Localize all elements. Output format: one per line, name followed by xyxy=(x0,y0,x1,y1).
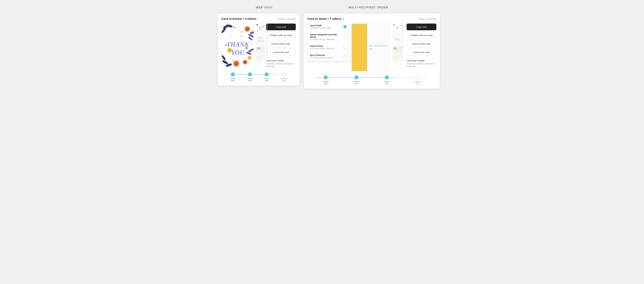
right-thumb-svg-1: THANK YOU xyxy=(393,24,402,33)
card-left-panel-yellow xyxy=(352,24,367,71)
card-image-area: THANK YOU THANK xyxy=(221,24,254,68)
problem-order-button[interactable]: Problem with my order xyxy=(266,32,296,39)
recipient-radio-janet[interactable]: ✓ xyxy=(343,25,346,28)
right-cancel-order-button[interactable]: Cancel entire order xyxy=(406,40,436,47)
left-panel-header: Card to Emma + 4 others ⌄ Posted: 17/01/… xyxy=(221,17,296,21)
svg-text:YOU: YOU xyxy=(231,49,245,56)
svg-rect-59 xyxy=(394,48,397,49)
right-thumbnail-4[interactable] xyxy=(392,54,402,61)
svg-point-8 xyxy=(230,35,231,36)
page-titles: WEB UX/UI MULTI-RECIPIENT ORDER xyxy=(218,6,426,9)
right-thumbnail-2[interactable]: Best wishes, Touchnote Ltd x xyxy=(392,34,402,45)
right-thumbnail-3[interactable] xyxy=(392,46,402,53)
recipient-item-james[interactable]: James, Margareth and Fido Wood... 57 St … xyxy=(308,31,349,43)
right-address-svg xyxy=(393,54,402,61)
right-step-ordered-circle: ✓ xyxy=(354,75,358,79)
svg-point-38 xyxy=(257,31,258,32)
envelope-svg xyxy=(256,46,265,53)
svg-rect-42 xyxy=(257,48,260,49)
card-message-text: Best wishes, Touchnote Ltd x xyxy=(369,44,388,51)
copy-card-button[interactable]: Copy card xyxy=(266,24,296,30)
svg-point-36 xyxy=(256,24,258,26)
svg-point-54 xyxy=(400,25,401,26)
recipient-radio-owen[interactable] xyxy=(343,46,346,49)
thumb-svg-1: THANK YOU xyxy=(256,24,265,33)
svg-point-30 xyxy=(233,60,234,61)
right-thumbnail-1[interactable]: THANK YOU xyxy=(392,24,402,33)
recipient-radio-james[interactable] xyxy=(343,35,346,39)
svg-point-7 xyxy=(242,31,243,33)
thumbnail-3[interactable] xyxy=(256,46,265,53)
right-panel-card-title: Card to Janet + 7 others xyxy=(308,17,341,21)
panels-container: Card to Emma + 4 others ⌄ Posted: 17/01/… xyxy=(218,14,426,88)
svg-point-55 xyxy=(394,31,395,32)
svg-point-22 xyxy=(248,57,250,59)
recipient-info-janet: Janet Smith 10 Woodsome Hill, London xyxy=(310,24,332,29)
recipient-item-owen[interactable]: Owen R Hunt 57 St Denys Road, Potten End xyxy=(308,43,349,52)
right-step-created: ✓ CreatedDate xyxy=(323,75,328,85)
hand-cursor-icon[interactable]: 〉 xyxy=(343,17,344,21)
step-expected-label: ExpectedDate xyxy=(280,78,287,82)
svg-point-16 xyxy=(234,62,238,65)
left-panel-title: WEB UX/UI xyxy=(256,6,272,9)
recipient-name-janet: Janet Smith xyxy=(310,24,332,27)
recipient-name-james: James, Margareth and Fido Wood... xyxy=(310,33,343,38)
right-card-area: Best wishes, Touchnote Ltd x THANK YOU xyxy=(352,24,390,71)
svg-text:THANK: THANK xyxy=(226,41,249,48)
thumbnail-2[interactable]: Thank you so much! We hope you love it -… xyxy=(256,34,265,45)
recipient-name-ben: Ben E Hancock xyxy=(310,54,334,56)
svg-rect-64 xyxy=(399,55,401,57)
left-panel: Card to Emma + 4 others ⌄ Posted: 17/01/… xyxy=(218,14,299,85)
left-header-left: Card to Emma + 4 others ⌄ xyxy=(221,17,260,21)
step-posted: ✓ PostedDate xyxy=(264,73,269,82)
right-card-order-desc: Posted by TouchNote, delivered via Royal… xyxy=(406,63,436,68)
left-panel-card-title: Card to Emma + 4 others xyxy=(221,17,256,21)
svg-point-5 xyxy=(246,28,249,31)
left-panel-content: THANK YOU THANK xyxy=(221,24,296,68)
svg-point-37 xyxy=(263,25,264,27)
cancel-order-button[interactable]: Cancel entire order xyxy=(266,40,296,47)
thumbnail-strip: THANK YOU Thank you so much! We hope you… xyxy=(256,24,266,61)
card-svg: THANK YOU xyxy=(222,24,254,68)
right-step-expected-circle xyxy=(416,75,420,79)
svg-text:THANK: THANK xyxy=(258,26,263,28)
svg-rect-47 xyxy=(262,55,264,57)
left-posted-date: Posted: 17/01/2019 xyxy=(278,18,296,20)
right-copy-card-button[interactable]: Copy card xyxy=(406,24,436,30)
recipient-item-ben[interactable]: Ben E Hancock 57 St Denys Road, Potten E… xyxy=(308,52,349,61)
card-order-label: Card Order: 876523 xyxy=(266,60,296,62)
right-problem-order-button[interactable]: Problem with my order xyxy=(406,32,436,39)
recipient-addr-janet: 10 Woodsome Hill, London xyxy=(310,27,332,29)
right-step-posted-label: PostedDate xyxy=(384,81,389,85)
right-scrollbar-thumb xyxy=(402,25,403,29)
right-step-ordered-label: OrderedDate xyxy=(354,81,360,85)
right-panel: Card to Janet + 7 others 〉 Posted: 17/01… xyxy=(304,14,440,88)
thumbnail-4[interactable] xyxy=(256,54,265,61)
right-cancel-card-button[interactable]: Cancel this card xyxy=(406,49,436,56)
recipient-radio-ben[interactable] xyxy=(343,55,346,58)
step-expected-circle xyxy=(282,73,286,76)
right-step-posted: ✓ PostedDate xyxy=(384,75,389,85)
right-card-info: Card Order: 876523 Posted by TouchNote, … xyxy=(406,60,436,68)
recipient-addr-ben: 57 St Denys Road, Potten End xyxy=(310,57,334,59)
svg-point-6 xyxy=(234,27,236,28)
right-header-left: Card to Janet + 7 others 〉 xyxy=(308,17,344,21)
recipient-item-janet[interactable]: Janet Smith 10 Woodsome Hill, London ✓ xyxy=(308,22,349,31)
step-posted-label: PostedDate xyxy=(264,78,269,82)
right-panel-title: MULTI-RECIPIENT ORDER xyxy=(348,6,388,9)
thumbnail-1[interactable]: THANK YOU xyxy=(256,24,265,33)
right-step-expected: ExpectedDate xyxy=(414,75,421,85)
svg-point-29 xyxy=(241,36,242,37)
right-scrollbar-track xyxy=(402,24,403,61)
chevron-down-icon[interactable]: ⌄ xyxy=(258,17,260,21)
step-ordered-circle: ✓ xyxy=(248,73,252,76)
right-progress-track: ✓ CreatedDate ✓ OrderedDate ✓ PostedDate… xyxy=(308,75,436,85)
main-card-image: THANK YOU xyxy=(221,24,254,68)
cancel-card-button[interactable]: Cancel this card xyxy=(266,49,296,56)
recipients-dropdown: Janet Smith 10 Woodsome Hill, London ✓ J… xyxy=(308,22,349,61)
card-right-panel-message: Best wishes, Touchnote Ltd x xyxy=(367,24,390,71)
right-panel-content: Janet Smith 10 Woodsome Hill, London ✓ J… xyxy=(308,24,436,71)
right-step-created-label: CreatedDate xyxy=(323,81,328,85)
svg-point-53 xyxy=(393,24,394,26)
step-created-label: CreatedDate xyxy=(230,78,236,82)
